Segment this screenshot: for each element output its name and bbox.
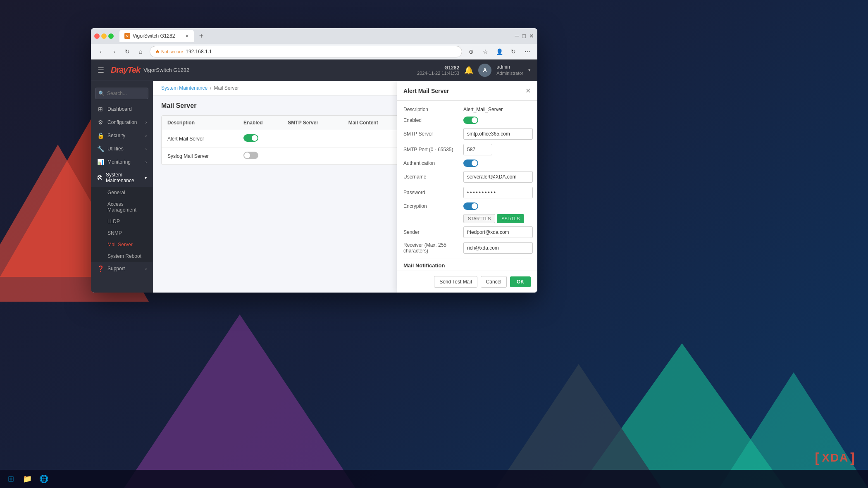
col-enabled: Enabled bbox=[238, 116, 282, 130]
breadcrumb-separator: / bbox=[210, 85, 211, 91]
row-syslog-mail-content bbox=[343, 148, 402, 165]
sidebar-sub-lldp[interactable]: LLDP bbox=[91, 216, 153, 227]
sidebar-sub-access-management[interactable]: Access Management bbox=[91, 198, 153, 216]
form-row-encryption: Encryption bbox=[403, 202, 531, 210]
browser-nav-buttons: ‹ › ↻ ⌂ bbox=[95, 46, 146, 57]
tab-favicon: V bbox=[124, 33, 130, 39]
refresh-icon[interactable]: ↻ bbox=[508, 46, 519, 57]
alert-mail-server-panel: Alert Mail Server ✕ Description Alert_Ma… bbox=[397, 81, 537, 293]
panel-close-button[interactable]: ✕ bbox=[525, 87, 531, 95]
password-label: Password bbox=[403, 190, 463, 195]
window-close-icon[interactable]: ✕ bbox=[529, 33, 534, 39]
sender-input[interactable] bbox=[463, 226, 533, 238]
support-expand-icon: › bbox=[145, 267, 147, 271]
security-icon: 🔒 bbox=[97, 132, 104, 139]
sidebar-item-system-maintenance[interactable]: 🛠 System Maintenance ▾ bbox=[91, 169, 153, 187]
sidebar-sub-snmp[interactable]: SNMP bbox=[91, 227, 153, 239]
browser-maximize-btn[interactable] bbox=[108, 33, 114, 39]
support-icon: ❓ bbox=[97, 265, 104, 272]
search-wrapper: 🔍 bbox=[95, 88, 148, 99]
app-container: ☰ DrayTek VigorSwitch G1282 G1282 2024-1… bbox=[91, 60, 537, 293]
form-row-smtp: SMTP Server bbox=[403, 128, 531, 140]
form-row-password: Password bbox=[403, 187, 531, 198]
sidebar-item-configuration[interactable]: ⚙ Configuration › bbox=[91, 116, 153, 129]
sidebar-item-dashboard[interactable]: ⊞ Dashboard bbox=[91, 102, 153, 116]
more-icon[interactable]: ⋯ bbox=[522, 46, 533, 57]
window-restore-icon[interactable]: □ bbox=[522, 33, 526, 39]
row-alert-mail-content bbox=[343, 130, 402, 148]
taskbar-browser-icon[interactable]: 🌐 bbox=[36, 471, 51, 486]
bg-triangle-dark bbox=[496, 364, 661, 488]
ok-button[interactable]: OK bbox=[510, 276, 531, 287]
user-avatar: A bbox=[478, 64, 491, 77]
app-header: ☰ DrayTek VigorSwitch G1282 G1282 2024-1… bbox=[91, 60, 537, 81]
utilities-icon: 🔧 bbox=[97, 145, 104, 152]
receiver-label: Receiver (Max. 255 characters) bbox=[403, 242, 463, 254]
sidebar-label-monitoring: Monitoring bbox=[107, 159, 131, 165]
address-bar[interactable]: Not secure 192.168.1.1 bbox=[150, 46, 462, 57]
starttls-button[interactable]: STARTTLS bbox=[463, 214, 495, 223]
encryption-toggle[interactable] bbox=[463, 202, 478, 210]
home-button[interactable]: ⌂ bbox=[135, 46, 146, 57]
browser-close-btn[interactable] bbox=[94, 33, 100, 39]
smtp-port-input[interactable] bbox=[463, 144, 492, 155]
browser-tab-active[interactable]: V VigorSwitch G1282 ✕ bbox=[119, 30, 194, 42]
sidebar-sub-system-reboot[interactable]: System Reboot bbox=[91, 250, 153, 262]
sidebar-sub-mail-server[interactable]: Mail Server bbox=[91, 239, 153, 250]
browser-minimize-btn[interactable] bbox=[101, 33, 107, 39]
bookmark-icon[interactable]: ☆ bbox=[479, 46, 491, 57]
sidebar-label-system-maintenance: System Maintenance bbox=[106, 172, 141, 183]
extensions-icon[interactable]: ⊕ bbox=[465, 46, 477, 57]
smtp-server-input[interactable] bbox=[463, 128, 533, 140]
system-maintenance-submenu: General Access Management LLDP SNMP Mail bbox=[91, 187, 153, 262]
alert-server-toggle[interactable] bbox=[243, 134, 258, 142]
col-smtp-server: SMTP Server bbox=[282, 116, 342, 130]
ssltls-button[interactable]: SSL/TLS bbox=[497, 214, 524, 223]
taskbar-start-button[interactable]: ⊞ bbox=[3, 471, 18, 486]
breadcrumb-parent[interactable]: System Maintenance bbox=[161, 85, 207, 91]
configuration-icon: ⚙ bbox=[97, 119, 104, 126]
col-description: Description bbox=[162, 116, 238, 130]
window-minimize-icon[interactable]: ─ bbox=[515, 33, 519, 39]
refresh-button[interactable]: ↻ bbox=[122, 46, 133, 57]
mail-notification-section-title: Mail Notification bbox=[403, 259, 531, 269]
sidebar-sub-general[interactable]: General bbox=[91, 187, 153, 198]
sidebar-item-utilities[interactable]: 🔧 Utilities › bbox=[91, 142, 153, 155]
cancel-button[interactable]: Cancel bbox=[481, 276, 507, 288]
encryption-label: Encryption bbox=[403, 203, 463, 209]
tab-close-btn[interactable]: ✕ bbox=[185, 33, 189, 39]
monitoring-expand-icon: › bbox=[145, 160, 147, 164]
sidebar-item-monitoring[interactable]: 📊 Monitoring › bbox=[91, 155, 153, 169]
taskbar-files-icon[interactable]: 📁 bbox=[20, 471, 35, 486]
enabled-label: Enabled bbox=[403, 117, 463, 123]
svg-text:V: V bbox=[126, 34, 129, 38]
profile-icon[interactable]: 👤 bbox=[494, 46, 505, 57]
back-button[interactable]: ‹ bbox=[95, 46, 107, 57]
send-test-mail-button[interactable]: Send Test Mail bbox=[434, 276, 477, 288]
panel-header: Alert Mail Server ✕ bbox=[397, 81, 537, 101]
password-input[interactable] bbox=[463, 187, 533, 198]
username-input[interactable] bbox=[463, 171, 533, 183]
taskbar: ⊞ 📁 🌐 bbox=[0, 470, 868, 488]
notification-button[interactable]: 🔔 bbox=[464, 66, 473, 75]
user-dropdown-arrow[interactable]: ▾ bbox=[528, 67, 531, 73]
xda-bracket-right: ] bbox=[850, 450, 856, 465]
browser-window: V VigorSwitch G1282 ✕ + ─ □ ✕ ‹ › ↻ ⌂ bbox=[91, 28, 537, 293]
form-row-authentication: Authentication bbox=[403, 159, 531, 167]
syslog-server-toggle[interactable] bbox=[243, 152, 258, 159]
security-expand-icon: › bbox=[145, 133, 147, 138]
panel-enabled-toggle[interactable] bbox=[463, 117, 478, 124]
browser-tabs: V VigorSwitch G1282 ✕ + bbox=[119, 30, 513, 42]
description-value: Alert_Mail_Server bbox=[463, 107, 531, 112]
forward-button[interactable]: › bbox=[108, 46, 120, 57]
sidebar-item-support[interactable]: ❓ Support › bbox=[91, 262, 153, 275]
row-syslog-description: Syslog Mail Server bbox=[162, 148, 238, 165]
authentication-toggle[interactable] bbox=[463, 159, 478, 167]
receiver-input[interactable] bbox=[463, 242, 533, 254]
hamburger-menu[interactable]: ☰ bbox=[98, 66, 104, 75]
utilities-expand-icon: › bbox=[145, 147, 147, 151]
sidebar-item-security[interactable]: 🔒 Security › bbox=[91, 129, 153, 142]
sidebar-label-support: Support bbox=[107, 266, 125, 271]
new-tab-button[interactable]: + bbox=[196, 30, 207, 42]
main-layout: 🔍 ⊞ Dashboard ⚙ Configuration › bbox=[91, 81, 537, 293]
